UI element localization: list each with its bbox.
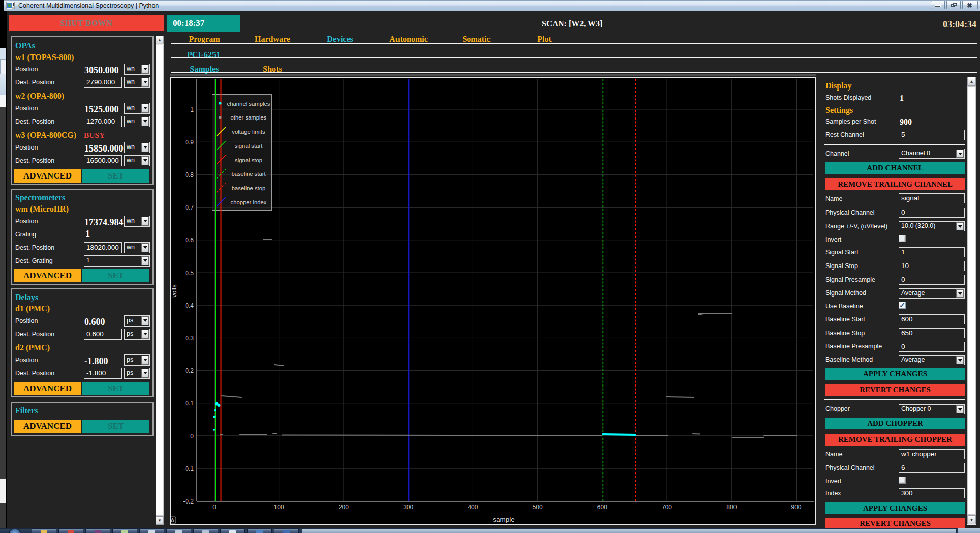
svg-text:-0.2: -0.2 xyxy=(183,498,194,505)
svg-text:0.4: 0.4 xyxy=(185,302,194,309)
svg-text:600: 600 xyxy=(597,504,607,511)
svg-text:0.6: 0.6 xyxy=(185,236,194,244)
svg-text:100: 100 xyxy=(274,504,284,511)
svg-text:other samples: other samples xyxy=(231,114,267,121)
svg-text:200: 200 xyxy=(339,504,349,511)
svg-text:0: 0 xyxy=(190,433,194,440)
svg-text:signal stop: signal stop xyxy=(235,157,262,163)
svg-text:1: 1 xyxy=(190,106,194,113)
svg-text:400: 400 xyxy=(468,504,478,511)
svg-text:700: 700 xyxy=(662,504,672,511)
svg-text:sample: sample xyxy=(493,516,515,523)
svg-text:0.2: 0.2 xyxy=(185,367,194,374)
svg-text:baseline stop: baseline stop xyxy=(232,185,266,191)
svg-text:-0.1: -0.1 xyxy=(183,465,194,472)
svg-text:300: 300 xyxy=(403,504,413,511)
svg-text:voltage limits: voltage limits xyxy=(232,129,265,135)
svg-text:0.8: 0.8 xyxy=(185,171,194,179)
svg-text:channel samples: channel samples xyxy=(227,101,270,107)
svg-text:0.7: 0.7 xyxy=(185,204,194,211)
svg-text:500: 500 xyxy=(533,504,543,511)
svg-text:0.5: 0.5 xyxy=(185,270,194,277)
svg-text:900: 900 xyxy=(791,504,801,511)
svg-text:baseline start: baseline start xyxy=(231,171,266,177)
svg-text:800: 800 xyxy=(726,504,737,511)
svg-text:0.3: 0.3 xyxy=(185,335,194,342)
svg-text:A: A xyxy=(171,517,175,523)
svg-text:0.1: 0.1 xyxy=(185,400,194,407)
svg-text:0.9: 0.9 xyxy=(185,139,194,146)
svg-text:volts: volts xyxy=(171,284,178,298)
svg-text:chopper index: chopper index xyxy=(231,199,267,205)
svg-text:0: 0 xyxy=(212,504,216,511)
svg-text:signal start: signal start xyxy=(235,143,263,149)
